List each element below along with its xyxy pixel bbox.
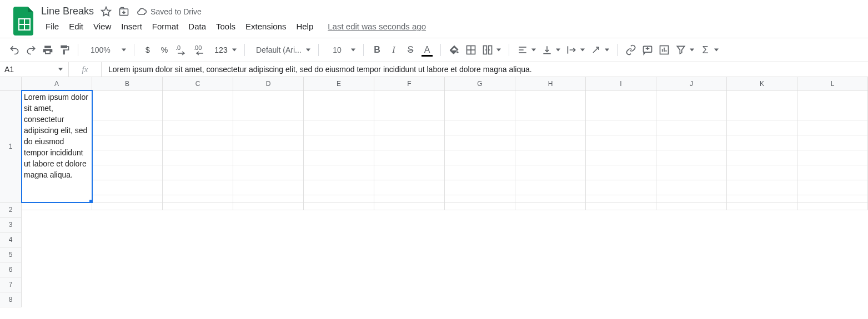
cell-D6[interactable] xyxy=(233,165,304,180)
cell-J5[interactable] xyxy=(656,150,727,165)
cell-I3[interactable] xyxy=(586,120,656,135)
menu-format[interactable]: Format xyxy=(148,19,183,33)
cell-G8[interactable] xyxy=(445,195,515,210)
cell-H7[interactable] xyxy=(515,180,586,195)
cell-D8[interactable] xyxy=(233,195,304,210)
cell-F3[interactable] xyxy=(374,120,445,135)
cell-I7[interactable] xyxy=(586,180,656,195)
row-header-1[interactable]: 1 xyxy=(0,90,22,202)
cell-K2[interactable] xyxy=(727,105,797,120)
cell-H3[interactable] xyxy=(515,120,586,135)
cell-D5[interactable] xyxy=(233,150,304,165)
cell-G7[interactable] xyxy=(445,180,515,195)
menu-extensions[interactable]: Extensions xyxy=(241,19,290,33)
cell-G6[interactable] xyxy=(445,165,515,180)
cell-C4[interactable] xyxy=(163,135,233,150)
cell-I4[interactable] xyxy=(586,135,656,150)
cell-H2[interactable] xyxy=(515,105,586,120)
cell-C3[interactable] xyxy=(163,120,233,135)
cell-B2[interactable] xyxy=(92,105,163,120)
cell-H5[interactable] xyxy=(515,150,586,165)
print-button[interactable] xyxy=(40,42,56,58)
select-all-corner[interactable] xyxy=(0,77,22,90)
cell-I6[interactable] xyxy=(586,165,656,180)
document-title[interactable]: Line Breaks xyxy=(41,6,94,17)
cell-I8[interactable] xyxy=(586,195,656,210)
row-header-4[interactable]: 4 xyxy=(0,232,22,247)
cell-F4[interactable] xyxy=(374,135,445,150)
cell-H8[interactable] xyxy=(515,195,586,210)
text-rotation-dropdown[interactable] xyxy=(588,42,604,58)
column-header-H[interactable]: H xyxy=(515,77,586,90)
fill-color-button[interactable] xyxy=(446,42,462,58)
cell-J8[interactable] xyxy=(656,195,727,210)
cell-B3[interactable] xyxy=(92,120,163,135)
cell-E3[interactable] xyxy=(304,120,374,135)
cell-F6[interactable] xyxy=(374,165,445,180)
cells-area[interactable]: Lorem ipsum dolor sit amet, consectetur … xyxy=(22,90,868,307)
name-box[interactable]: A1 xyxy=(0,65,68,74)
row-header-6[interactable]: 6 xyxy=(0,262,22,277)
column-header-B[interactable]: B xyxy=(92,77,163,90)
move-icon[interactable] xyxy=(118,6,129,17)
cell-K4[interactable] xyxy=(727,135,797,150)
merge-cells-dropdown[interactable] xyxy=(480,42,495,58)
cell-B7[interactable] xyxy=(92,180,163,195)
cell-H6[interactable] xyxy=(515,165,586,180)
cell-L5[interactable] xyxy=(797,150,868,165)
cell-B6[interactable] xyxy=(92,165,163,180)
cell-E8[interactable] xyxy=(304,195,374,210)
star-icon[interactable] xyxy=(101,6,112,17)
cell-E4[interactable] xyxy=(304,135,374,150)
cell-E5[interactable] xyxy=(304,150,374,165)
cell-L7[interactable] xyxy=(797,180,868,195)
menu-tools[interactable]: Tools xyxy=(212,19,240,33)
column-header-D[interactable]: D xyxy=(233,77,304,90)
cell-J4[interactable] xyxy=(656,135,727,150)
text-color-button[interactable]: A xyxy=(419,42,435,58)
bold-button[interactable]: B xyxy=(369,42,385,58)
cell-D3[interactable] xyxy=(233,120,304,135)
cell-F5[interactable] xyxy=(374,150,445,165)
menu-help[interactable]: Help xyxy=(292,19,318,33)
cell-G3[interactable] xyxy=(445,120,515,135)
cell-E6[interactable] xyxy=(304,165,374,180)
cell-G5[interactable] xyxy=(445,150,515,165)
cell-C5[interactable] xyxy=(163,150,233,165)
column-header-E[interactable]: E xyxy=(304,77,374,90)
menu-view[interactable]: View xyxy=(89,19,116,33)
cell-G4[interactable] xyxy=(445,135,515,150)
cell-C2[interactable] xyxy=(163,105,233,120)
font-size-dropdown[interactable]: 10 xyxy=(324,42,358,58)
cell-K7[interactable] xyxy=(727,180,797,195)
insert-comment-button[interactable] xyxy=(640,42,655,58)
cell-D2[interactable] xyxy=(233,105,304,120)
decrease-decimal-button[interactable]: .0 xyxy=(173,42,190,58)
column-header-A[interactable]: A xyxy=(22,77,92,90)
undo-button[interactable] xyxy=(7,42,22,58)
cell-C8[interactable] xyxy=(163,195,233,210)
cell-E2[interactable] xyxy=(304,105,374,120)
column-header-G[interactable]: G xyxy=(445,77,515,90)
row-header-3[interactable]: 3 xyxy=(0,217,22,232)
menu-insert[interactable]: Insert xyxy=(117,19,147,33)
strikethrough-button[interactable]: S xyxy=(403,42,418,58)
cell-D4[interactable] xyxy=(233,135,304,150)
italic-button[interactable]: I xyxy=(386,42,402,58)
cell-J7[interactable] xyxy=(656,180,727,195)
zoom-dropdown[interactable]: 100% xyxy=(84,42,128,58)
column-header-C[interactable]: C xyxy=(163,77,233,90)
column-header-I[interactable]: I xyxy=(586,77,656,90)
cell-I5[interactable] xyxy=(586,150,656,165)
percent-button[interactable]: % xyxy=(157,42,172,58)
cell-K6[interactable] xyxy=(727,165,797,180)
insert-chart-button[interactable] xyxy=(656,42,672,58)
cell-L4[interactable] xyxy=(797,135,868,150)
borders-button[interactable] xyxy=(463,42,479,58)
cell-H4[interactable] xyxy=(515,135,586,150)
increase-decimal-button[interactable]: .00 xyxy=(191,42,210,58)
text-wrap-dropdown[interactable] xyxy=(564,42,579,58)
cell-J2[interactable] xyxy=(656,105,727,120)
last-edit-link[interactable]: Last edit was seconds ago xyxy=(328,22,426,31)
column-header-L[interactable]: L xyxy=(797,77,868,90)
